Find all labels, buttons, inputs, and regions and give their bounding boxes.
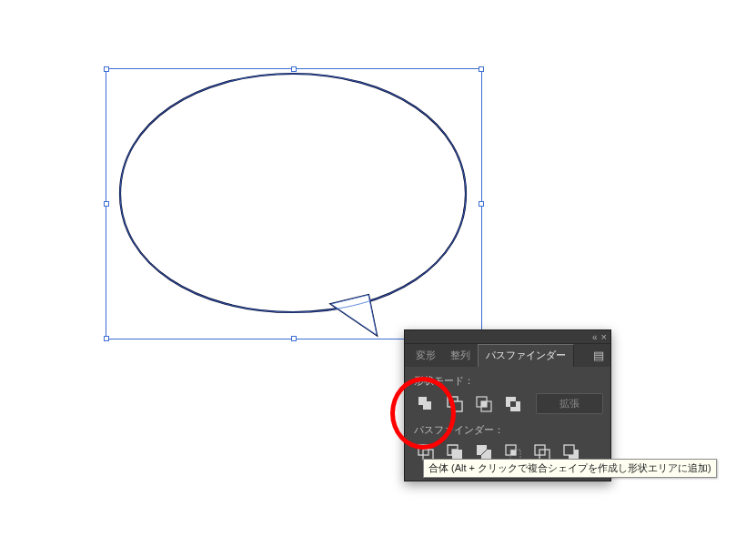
tab-pathfinder[interactable]: パスファインダー bbox=[478, 344, 574, 367]
svg-rect-4 bbox=[481, 401, 487, 407]
shape-mode-intersect-icon[interactable] bbox=[474, 394, 494, 414]
tab-transform[interactable]: 変形 bbox=[408, 345, 443, 367]
shape-mode-exclude-icon[interactable] bbox=[503, 394, 523, 414]
panel-menu-icon[interactable]: ▤ bbox=[590, 346, 607, 366]
tab-align[interactable]: 整列 bbox=[443, 345, 478, 367]
shape-mode-minus-front-icon[interactable] bbox=[445, 394, 465, 414]
expand-button[interactable]: 拡張 bbox=[536, 393, 603, 414]
close-icon[interactable]: × bbox=[601, 332, 607, 341]
tooltip: 合体 (Alt + クリックで複合シェイプを作成し形状エリアに追加) bbox=[423, 459, 717, 478]
svg-rect-14 bbox=[564, 445, 574, 455]
pathfinder-section-label: パスファインダー： bbox=[414, 423, 603, 437]
collapse-icon[interactable]: « bbox=[592, 332, 596, 342]
svg-rect-10 bbox=[510, 450, 516, 455]
shape-modes-label: 形状モード： bbox=[414, 374, 603, 388]
shape-mode-row: 拡張 bbox=[416, 393, 603, 414]
panel-titlebar[interactable]: « × bbox=[405, 330, 610, 344]
panel-tabs: 変形 整列 パスファインダー ▤ bbox=[405, 344, 610, 367]
svg-rect-1 bbox=[452, 401, 462, 411]
shape-mode-unite-icon[interactable] bbox=[416, 394, 436, 414]
tooltip-text: 合体 (Alt + クリックで複合シェイプを作成し形状エリアに追加) bbox=[428, 462, 711, 473]
